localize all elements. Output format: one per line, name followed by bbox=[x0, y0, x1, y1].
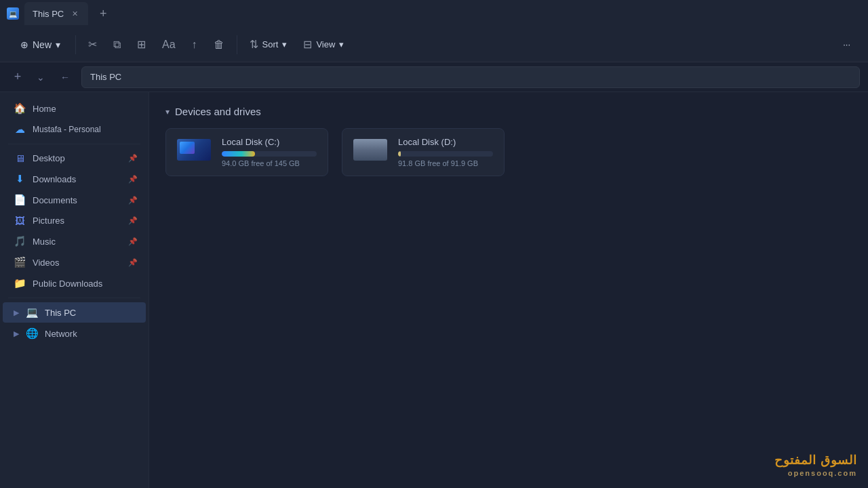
tab-close-button[interactable]: ✕ bbox=[69, 8, 80, 19]
drive-d-bar-fill bbox=[398, 151, 401, 157]
this-pc-icon: 💻 bbox=[26, 306, 38, 319]
toolbar: ⊕ New ▾ ✂ ⧉ ⊞ Aa ↑ 🗑 ⇅ Sort ▾ ⊟ View ▾ ·… bbox=[0, 27, 868, 62]
drive-c-space: 94.0 GB free of 145 GB bbox=[222, 159, 317, 167]
drive-d-bar-bg bbox=[398, 151, 493, 157]
new-button[interactable]: ⊕ New ▾ bbox=[11, 35, 70, 54]
sidebar-item-videos[interactable]: 🎬 Videos 📌 bbox=[3, 252, 146, 272]
section-collapse-icon[interactable]: ▾ bbox=[165, 107, 170, 117]
drive-c-icon bbox=[177, 139, 212, 166]
divider-2 bbox=[237, 35, 237, 54]
public-downloads-icon: 📁 bbox=[14, 277, 26, 289]
sidebar-divider-1 bbox=[8, 144, 140, 144]
scissors-icon: ✂ bbox=[88, 38, 97, 51]
active-tab[interactable]: This PC ✕ bbox=[24, 2, 88, 25]
desktop-pin-icon: 📌 bbox=[128, 154, 138, 163]
sidebar-home-label: Home bbox=[33, 104, 56, 114]
address-input[interactable]: This PC bbox=[81, 66, 860, 88]
downloads-icon: ⬇ bbox=[14, 173, 26, 185]
section-title: Devices and drives bbox=[175, 106, 261, 117]
new-label: New bbox=[33, 39, 52, 50]
view-chevron-icon: ▾ bbox=[339, 39, 344, 49]
home-icon: 🏠 bbox=[14, 102, 26, 115]
copy-button[interactable]: ⧉ bbox=[106, 35, 127, 55]
sidebar: 🏠 Home ☁ Mustafa - Personal 🖥 Desktop 📌 … bbox=[0, 92, 149, 488]
drive-c-item[interactable]: Local Disk (C:) 94.0 GB free of 145 GB bbox=[165, 128, 328, 176]
title-bar: 💻 This PC ✕ + bbox=[0, 0, 868, 27]
more-options-button[interactable]: ··· bbox=[836, 35, 857, 54]
sidebar-this-pc-label: This PC bbox=[45, 308, 76, 318]
drives-grid: Local Disk (C:) 94.0 GB free of 145 GB L… bbox=[165, 128, 852, 176]
music-icon: 🎵 bbox=[14, 235, 26, 247]
sidebar-item-cloud[interactable]: ☁ Mustafa - Personal bbox=[3, 119, 146, 140]
documents-icon: 📄 bbox=[14, 194, 26, 206]
paste-icon: ⊞ bbox=[137, 38, 146, 51]
network-chevron-icon: ▶ bbox=[14, 329, 19, 338]
watermark-line2: opensooq.com bbox=[774, 469, 857, 477]
rename-icon: Aa bbox=[162, 39, 176, 51]
sort-chevron-icon: ▾ bbox=[282, 39, 287, 49]
downloads-pin-icon: 📌 bbox=[128, 175, 138, 184]
add-location-button[interactable]: + bbox=[8, 68, 27, 87]
sidebar-item-desktop[interactable]: 🖥 Desktop 📌 bbox=[3, 148, 146, 168]
more-icon: ··· bbox=[843, 39, 850, 49]
drive-d-space: 91.8 GB free of 91.9 GB bbox=[398, 159, 493, 167]
drive-d-name: Local Disk (D:) bbox=[398, 137, 493, 147]
sort-icon: ⇅ bbox=[250, 38, 258, 51]
address-text: This PC bbox=[90, 72, 121, 82]
tab-title: This PC bbox=[33, 9, 64, 19]
sidebar-item-documents[interactable]: 📄 Documents 📌 bbox=[3, 190, 146, 210]
this-pc-chevron-icon: ▶ bbox=[14, 308, 19, 317]
drive-d-icon bbox=[353, 139, 389, 166]
sidebar-item-this-pc[interactable]: ▶ 💻 This PC bbox=[3, 302, 146, 323]
videos-icon: 🎬 bbox=[14, 256, 26, 268]
sidebar-item-downloads[interactable]: ⬇ Downloads 📌 bbox=[3, 169, 146, 189]
copy-icon: ⧉ bbox=[113, 39, 121, 51]
paste-button[interactable]: ⊞ bbox=[130, 34, 153, 55]
sort-label: Sort bbox=[262, 39, 279, 49]
sidebar-cloud-label: Mustafa - Personal bbox=[33, 125, 101, 134]
sort-button[interactable]: ⇅ Sort ▾ bbox=[243, 34, 294, 55]
main-layout: 🏠 Home ☁ Mustafa - Personal 🖥 Desktop 📌 … bbox=[0, 92, 868, 488]
share-icon: ↑ bbox=[192, 39, 197, 51]
desktop-icon: 🖥 bbox=[14, 152, 26, 164]
section-header: ▾ Devices and drives bbox=[165, 106, 852, 117]
watermark-line1: السوق المفتوح bbox=[774, 453, 857, 468]
rename-button[interactable]: Aa bbox=[155, 35, 182, 55]
breadcrumb-chevron[interactable]: ⌄ bbox=[33, 69, 49, 85]
sidebar-item-network[interactable]: ▶ 🌐 Network bbox=[3, 323, 146, 344]
music-pin-icon: 📌 bbox=[128, 237, 138, 246]
drive-c-info: Local Disk (C:) 94.0 GB free of 145 GB bbox=[222, 137, 317, 167]
share-button[interactable]: ↑ bbox=[185, 35, 204, 55]
sidebar-item-public-downloads[interactable]: 📁 Public Downloads bbox=[3, 273, 146, 293]
view-label: View bbox=[316, 39, 335, 49]
watermark: السوق المفتوح opensooq.com bbox=[774, 453, 857, 477]
cloud-icon: ☁ bbox=[14, 123, 26, 136]
sidebar-item-home[interactable]: 🏠 Home bbox=[3, 98, 146, 119]
drive-d-item[interactable]: Local Disk (D:) 91.8 GB free of 91.9 GB bbox=[342, 128, 505, 176]
sidebar-music-label: Music bbox=[33, 237, 56, 247]
new-icon: ⊕ bbox=[20, 39, 28, 50]
view-icon: ⊟ bbox=[303, 38, 312, 51]
drive-c-icon-body bbox=[177, 139, 211, 161]
delete-icon: 🗑 bbox=[214, 39, 224, 51]
drive-c-bar-bg bbox=[222, 151, 317, 157]
drive-c-bar-fill bbox=[222, 151, 255, 157]
content-area: ▾ Devices and drives Local Disk (C:) 94.… bbox=[149, 92, 868, 488]
sidebar-pictures-label: Pictures bbox=[33, 216, 64, 226]
delete-button[interactable]: 🗑 bbox=[207, 35, 231, 55]
sidebar-desktop-label: Desktop bbox=[33, 153, 65, 163]
sidebar-videos-label: Videos bbox=[33, 258, 60, 268]
sidebar-documents-label: Documents bbox=[33, 195, 77, 205]
pictures-icon: 🖼 bbox=[14, 215, 26, 226]
videos-pin-icon: 📌 bbox=[128, 258, 138, 267]
cut-button[interactable]: ✂ bbox=[81, 34, 104, 55]
pictures-pin-icon: 📌 bbox=[128, 216, 138, 225]
documents-pin-icon: 📌 bbox=[128, 196, 138, 205]
sidebar-item-pictures[interactable]: 🖼 Pictures 📌 bbox=[3, 211, 146, 230]
sidebar-item-music[interactable]: 🎵 Music 📌 bbox=[3, 231, 146, 251]
drive-c-name: Local Disk (C:) bbox=[222, 137, 317, 147]
view-button[interactable]: ⊟ View ▾ bbox=[296, 34, 351, 55]
new-tab-button[interactable]: + bbox=[94, 4, 113, 23]
back-button[interactable]: ← bbox=[54, 66, 76, 88]
drive-d-info: Local Disk (D:) 91.8 GB free of 91.9 GB bbox=[398, 137, 493, 167]
